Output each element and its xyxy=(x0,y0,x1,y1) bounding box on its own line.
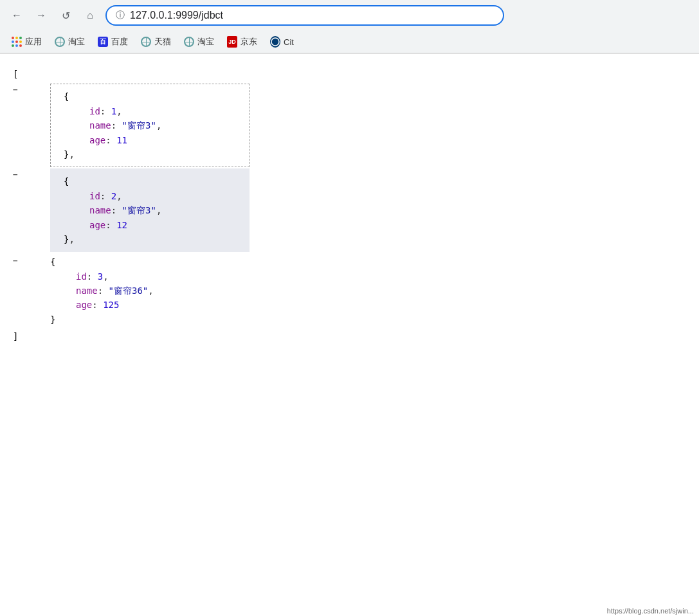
item2-id-key: id xyxy=(89,191,100,201)
bookmark-citi[interactable]: Cit xyxy=(265,34,299,50)
item1-age-val: 11 xyxy=(116,135,127,145)
url-input[interactable] xyxy=(130,10,494,21)
item3-id-val: 3 xyxy=(98,271,103,282)
item2-collapse[interactable]: − xyxy=(13,168,21,182)
nav-bar: ← → ↺ ⌂ ⓘ xyxy=(0,0,699,31)
item1-row: − { id: 1, name: "窗帘3", age: 11 }, xyxy=(13,84,686,167)
item3-name-key: name xyxy=(76,285,98,296)
bookmarks-bar: 应用 淘宝 百 百度 天猫 淘宝 xyxy=(0,31,699,53)
array-close-bracket: ] xyxy=(13,329,18,343)
item3-close: } xyxy=(50,314,55,325)
bookmark-tianmao-label: 天猫 xyxy=(154,36,171,48)
item1-id-key: id xyxy=(89,106,100,116)
array-close-line: ] xyxy=(13,329,686,343)
citi-icon xyxy=(270,37,280,47)
item1-age-key: age xyxy=(89,135,105,145)
grid-apps-icon xyxy=(12,37,22,47)
item2-fields: id: 2, name: "窗帘3", age: 12 xyxy=(89,189,239,232)
bookmark-jd[interactable]: JD 京东 xyxy=(222,33,262,50)
item2-row: − { id: 2, name: "窗帘3", age: 12 }, xyxy=(13,168,686,252)
item1-open: { xyxy=(64,91,69,102)
item3-open: { xyxy=(50,257,55,267)
bookmark-baidu[interactable]: 百 百度 xyxy=(93,33,133,50)
item1-name-val: "窗帘3" xyxy=(122,120,156,131)
item3-collapse[interactable]: − xyxy=(13,255,21,268)
item3-id-key: id xyxy=(76,271,87,282)
item3-age-key: age xyxy=(76,300,92,310)
baidu-icon: 百 xyxy=(98,37,108,47)
bookmark-taobao1-label: 淘宝 xyxy=(68,36,85,48)
bookmark-taobao1[interactable]: 淘宝 xyxy=(50,33,90,50)
array-open-bracket: [ xyxy=(13,67,18,81)
bookmark-baidu-label: 百度 xyxy=(111,36,128,48)
back-button[interactable]: ← xyxy=(8,6,26,24)
item2-block: { id: 2, name: "窗帘3", age: 12 }, xyxy=(50,168,250,252)
json-content: [ − { id: 1, name: "窗帘3", age: 11 }, − {… xyxy=(0,54,699,568)
bookmark-apps[interactable]: 应用 xyxy=(6,33,47,50)
item2-age-val: 12 xyxy=(116,220,127,230)
browser-chrome: ← → ↺ ⌂ ⓘ 应用 淘宝 xyxy=(0,0,699,54)
item2-name-key: name xyxy=(89,205,111,215)
bookmark-taobao2[interactable]: 淘宝 xyxy=(179,33,219,50)
jd-icon: JD xyxy=(227,37,237,47)
forward-button[interactable]: → xyxy=(32,6,50,24)
item3-age-val: 125 xyxy=(103,300,119,310)
svg-point-0 xyxy=(271,38,279,46)
item2-id-val: 2 xyxy=(111,191,116,201)
item1-name-key: name xyxy=(89,120,111,131)
bookmark-taobao2-label: 淘宝 xyxy=(197,36,214,48)
item1-block: { id: 1, name: "窗帘3", age: 11 }, xyxy=(50,84,250,167)
array-open-line: [ xyxy=(13,67,686,81)
home-button[interactable]: ⌂ xyxy=(81,6,99,24)
item1-fields: id: 1, name: "窗帘3", age: 11 xyxy=(89,104,239,147)
bookmark-tianmao[interactable]: 天猫 xyxy=(136,33,176,50)
item3-block: { id: 3, name: "窗帘36", age: 125 } xyxy=(50,255,154,327)
globe-icon-tianmao xyxy=(141,37,151,47)
info-icon: ⓘ xyxy=(116,10,125,21)
item2-name-val: "窗帘3" xyxy=(122,205,156,215)
item3-name-val: "窗帘36" xyxy=(109,285,149,296)
item3-fields: id: 3, name: "窗帘36", age: 125 xyxy=(76,269,154,313)
item2-open: { xyxy=(64,176,69,186)
item2-age-key: age xyxy=(89,220,105,230)
bookmark-jd-label: 京东 xyxy=(241,36,257,48)
reload-button[interactable]: ↺ xyxy=(57,6,75,24)
bookmark-citi-label: Cit xyxy=(284,37,294,47)
item1-id-val: 1 xyxy=(111,106,116,116)
item1-collapse[interactable]: − xyxy=(13,84,21,97)
item3-row: − { id: 3, name: "窗帘36", age: 125 } xyxy=(13,255,686,327)
bookmark-apps-label: 应用 xyxy=(25,36,42,48)
globe-icon-taobao2 xyxy=(184,37,194,47)
address-bar[interactable]: ⓘ xyxy=(105,5,504,26)
globe-icon-taobao1 xyxy=(55,37,65,47)
